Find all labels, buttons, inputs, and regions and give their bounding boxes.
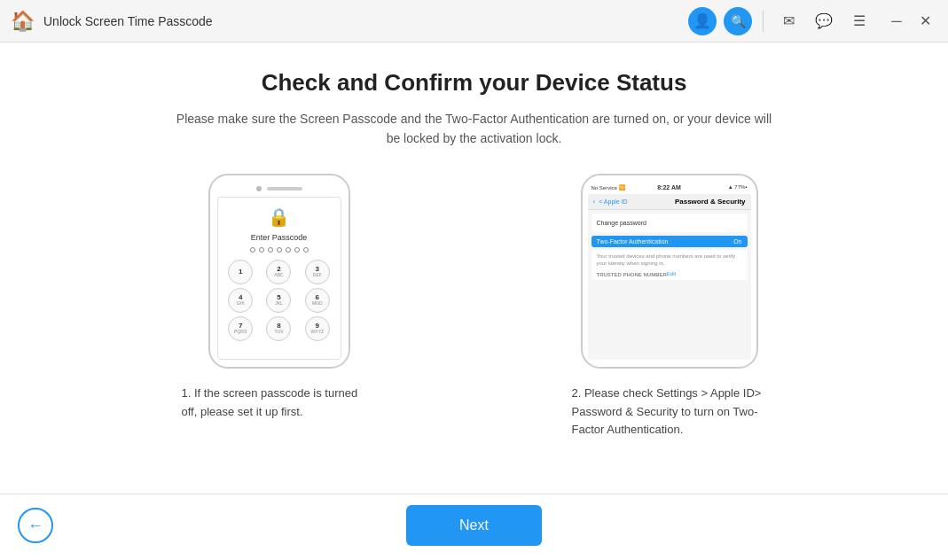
- phone-dot: [256, 186, 262, 191]
- panels-container: 🔒 Enter Passcode 1 2ABC 3DEF: [120, 174, 829, 476]
- close-button[interactable]: ✕: [913, 9, 937, 34]
- numpad-8: 8TUV: [266, 316, 291, 341]
- search-icon[interactable]: 🔍: [724, 7, 752, 35]
- titlebar-title: Unlock Screen Time Passcode: [43, 14, 688, 28]
- mail-icon[interactable]: ✉: [774, 7, 803, 35]
- panel-2fa: No Service 🛜 8:22 AM ▲ 77%▪ ‹ < Apple ID…: [510, 174, 829, 439]
- main-content: Check and Confirm your Device Status Ple…: [0, 43, 948, 494]
- enter-passcode-label: Enter Passcode: [251, 233, 308, 242]
- numpad-4: 4GHI: [228, 288, 253, 313]
- passcode-dot-4: [277, 247, 282, 253]
- next-button[interactable]: Next: [406, 505, 542, 546]
- numpad-5: 5JKL: [266, 288, 291, 313]
- numpad-7: 7PQRS: [228, 316, 253, 341]
- two-factor-label: Two-Factor Authentication: [597, 238, 734, 245]
- two-factor-highlight: Two-Factor Authentication On: [592, 236, 748, 247]
- panel1-description: 1. If the screen passcode is turned off,…: [182, 385, 377, 422]
- minimize-button[interactable]: ─: [884, 9, 909, 34]
- numpad-3: 3DEF: [305, 260, 330, 284]
- phone-status-bar: No Service 🛜 8:22 AM ▲ 77%▪: [588, 184, 751, 191]
- nav-main-title: Password & Security: [675, 198, 746, 206]
- status-left: No Service 🛜: [592, 184, 658, 191]
- passcode-dot-5: [286, 247, 291, 253]
- change-password-label: Change password: [597, 220, 742, 226]
- passcode-dot-1: [250, 247, 255, 253]
- trusted-phone-label: TRUSTED PHONE NUMBER: [597, 272, 667, 277]
- panel-passcode: 🔒 Enter Passcode 1 2ABC 3DEF: [120, 174, 439, 422]
- phone-notch: [256, 186, 302, 191]
- screen-nav: ‹ < Apple ID Password & Security: [588, 194, 751, 210]
- page-subtitle: Please make sure the Screen Passcode and…: [173, 109, 776, 149]
- lock-icon: 🔒: [268, 206, 290, 228]
- passcode-dot-6: [294, 247, 300, 253]
- back-arrow-icon: ‹: [593, 198, 596, 206]
- trusted-devices-text: Your trusted devices and phone numbers a…: [597, 253, 742, 268]
- two-factor-value: On: [733, 238, 741, 245]
- menu-icon[interactable]: ☰: [845, 7, 874, 35]
- window-controls: ─ ✕: [884, 9, 937, 34]
- numpad-6: 6MNO: [305, 288, 330, 313]
- screen-section-password: Change password: [592, 214, 748, 232]
- trusted-devices-section: Your trusted devices and phone numbers a…: [592, 250, 748, 280]
- footer: ← Next: [0, 494, 948, 560]
- page-title: Check and Confirm your Device Status: [262, 69, 687, 97]
- passcode-dots: [250, 247, 309, 253]
- numpad-1: 1: [228, 260, 253, 284]
- divider: [763, 11, 764, 32]
- phone-screen-passcode: 🔒 Enter Passcode 1 2ABC 3DEF: [217, 197, 341, 360]
- numpad-9: 9WXYZ: [305, 316, 330, 341]
- panel2-description: 2. Please check Settings > Apple ID> Pas…: [572, 385, 767, 439]
- back-button[interactable]: ←: [18, 508, 53, 543]
- back-arrow-icon: ←: [27, 517, 43, 535]
- passcode-dot-2: [259, 247, 264, 253]
- numpad: 1 2ABC 3DEF 4GHI 5JKL 6MNO 7PQRS 8TUV 9W…: [223, 260, 335, 341]
- phone-mockup-passcode: 🔒 Enter Passcode 1 2ABC 3DEF: [208, 174, 350, 369]
- phone-mockup-2fa: No Service 🛜 8:22 AM ▲ 77%▪ ‹ < Apple ID…: [581, 174, 758, 369]
- status-right: ▲ 77%▪: [681, 184, 748, 190]
- numpad-2: 2ABC: [266, 260, 291, 284]
- change-password-row: Change password: [597, 217, 742, 229]
- passcode-dot-3: [268, 247, 273, 253]
- titlebar: 🏠 Unlock Screen Time Passcode 👤 🔍 ✉ 💬 ☰ …: [0, 0, 948, 43]
- edit-link[interactable]: Edit: [667, 271, 676, 276]
- chat-icon[interactable]: 💬: [810, 7, 838, 35]
- phone-screen-2fa: ‹ < Apple ID Password & Security Change …: [588, 194, 751, 360]
- titlebar-actions: 👤 🔍 ✉ 💬 ☰ ─ ✕: [688, 7, 937, 35]
- status-center: 8:22 AM: [657, 184, 681, 191]
- nav-title: < Apple ID: [599, 198, 628, 205]
- phone-bar: [267, 187, 302, 191]
- app-icon: 🏠: [11, 10, 35, 33]
- avatar-icon[interactable]: 👤: [688, 7, 717, 35]
- passcode-dot-7: [303, 247, 309, 253]
